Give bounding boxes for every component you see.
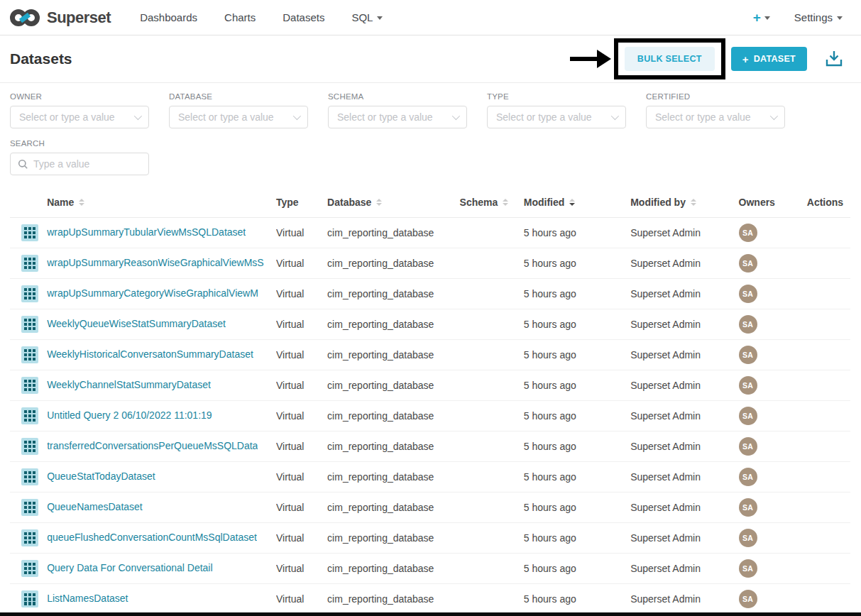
sort-carets-icon: [569, 199, 575, 207]
dataset-schema: [460, 248, 524, 279]
plus-icon: +: [742, 53, 749, 65]
owner-avatar[interactable]: SA: [739, 407, 757, 425]
table-row: wrapUpSummaryReasonWiseGraphicalViewMsSV…: [10, 248, 850, 279]
bulk-select-button[interactable]: BULK SELECT: [625, 47, 715, 71]
owner-avatar[interactable]: SA: [739, 315, 757, 334]
filter-label: OWNER: [10, 92, 149, 101]
owner-avatar[interactable]: SA: [739, 224, 757, 242]
owner-avatar[interactable]: SA: [739, 498, 757, 517]
schema-select[interactable]: Select or type a value: [328, 106, 467, 128]
column-label: Schema: [460, 197, 498, 208]
column-header-modified[interactable]: Modified: [524, 185, 630, 218]
owner-avatar[interactable]: SA: [739, 254, 757, 273]
settings-menu-button[interactable]: Settings: [794, 11, 843, 23]
column-header-name[interactable]: Name: [47, 185, 276, 218]
dataset-schema: [460, 431, 524, 462]
icon-column-header: [10, 185, 47, 218]
dataset-owners-cell: SA: [739, 309, 807, 340]
dataset-name-cell: ListNamesDataset: [47, 584, 276, 615]
dataset-icon-cell: [10, 431, 47, 462]
table-row: wrapUpSummaryTubularViewMsSQLDatasetVirt…: [10, 218, 850, 248]
owner-avatar[interactable]: SA: [739, 529, 757, 547]
database-select[interactable]: Select or type a value: [169, 106, 308, 128]
dataset-grid-icon: [21, 346, 38, 363]
infinity-logo-icon: [9, 7, 41, 28]
dataset-modified: 5 hours ago: [524, 309, 630, 340]
dataset-name-link[interactable]: WeeklyChannelStatSummaryDataset: [47, 379, 211, 390]
dataset-modified: 5 hours ago: [524, 493, 630, 523]
dataset-grid-icon: [21, 377, 38, 394]
owner-avatar[interactable]: SA: [739, 437, 757, 456]
owner-avatar[interactable]: SA: [739, 559, 757, 578]
dataset-name-link[interactable]: wrapUpSummaryCategoryWiseGraphicalViewM: [47, 287, 258, 299]
owner-avatar[interactable]: SA: [739, 285, 757, 303]
nav-item-sql[interactable]: SQL: [338, 11, 396, 23]
dataset-name-link[interactable]: queueFlushedConversationCountMsSqlDatase…: [47, 532, 257, 543]
dataset-name-cell: Query Data For Conversational Detail: [47, 554, 276, 584]
dataset-modified: 5 hours ago: [524, 279, 630, 309]
nav-item-charts[interactable]: Charts: [211, 11, 269, 23]
filter-bar: OWNER Select or type a value DATABASE Se…: [0, 83, 861, 175]
dataset-name-link[interactable]: ListNamesDataset: [47, 593, 128, 604]
dataset-name-link[interactable]: WeeklyHistoricalConversatonSummaryDatase…: [47, 348, 253, 360]
dataset-modified-by: Superset Admin: [630, 218, 738, 248]
dataset-name-link[interactable]: Untitled Query 2 06/10/2022 11:01:19: [47, 409, 212, 421]
dataset-name-link[interactable]: wrapUpSummaryTubularViewMsSQLDataset: [47, 226, 246, 238]
add-dataset-button[interactable]: + DATASET: [731, 47, 807, 71]
filter-search: SEARCH: [10, 139, 149, 175]
dataset-icon-cell: [10, 462, 47, 493]
owner-avatar[interactable]: SA: [739, 590, 757, 608]
sort-carets-icon: [79, 199, 84, 207]
dataset-owners-cell: SA: [739, 340, 807, 370]
column-header-schema[interactable]: Schema: [460, 185, 524, 218]
dataset-modified: 5 hours ago: [524, 554, 630, 584]
dataset-grid-icon: [21, 407, 38, 424]
dataset-grid-icon: [21, 438, 38, 455]
new-item-menu-button[interactable]: +: [753, 10, 770, 26]
filter-type: TYPE Select or type a value: [487, 92, 626, 128]
dataset-icon-cell: [10, 523, 47, 554]
owner-avatar[interactable]: SA: [739, 468, 757, 486]
dataset-modified: 5 hours ago: [524, 370, 630, 401]
dataset-type: Virtual: [276, 279, 327, 309]
column-label: Modified by: [630, 197, 686, 208]
type-select[interactable]: Select or type a value: [487, 106, 626, 128]
page-title: Datasets: [10, 50, 72, 67]
datasets-table: NameTypeDatabaseSchemaModifiedModified b…: [10, 185, 850, 615]
owner-avatar[interactable]: SA: [739, 376, 757, 395]
dataset-type: Virtual: [276, 584, 327, 615]
dataset-name-link[interactable]: QueueStatTodayDataset: [47, 471, 155, 482]
owner-select[interactable]: Select or type a value: [10, 106, 149, 128]
owner-avatar[interactable]: SA: [739, 346, 757, 364]
dataset-name-link[interactable]: transferredConversationsPerQueueMsSQLDat…: [47, 440, 258, 451]
dataset-name-link[interactable]: WeeklyQueueWiseStatSummaryDataset: [47, 318, 226, 329]
dataset-modified-by: Superset Admin: [630, 401, 738, 431]
plus-icon: +: [753, 10, 761, 26]
dataset-owners-cell: SA: [739, 401, 807, 431]
superset-logo[interactable]: Superset: [9, 7, 111, 28]
dataset-grid-icon: [21, 255, 38, 272]
table-row: wrapUpSummaryCategoryWiseGraphicalViewMV…: [10, 279, 850, 309]
nav-item-datasets[interactable]: Datasets: [269, 11, 338, 23]
filter-owner: OWNER Select or type a value: [10, 92, 149, 128]
table-header-row: NameTypeDatabaseSchemaModifiedModified b…: [10, 185, 850, 218]
export-datasets-button[interactable]: [826, 50, 843, 68]
dataset-name-link[interactable]: QueueNamesDataset: [47, 501, 143, 512]
certified-select[interactable]: Select or type a value: [646, 106, 785, 128]
dataset-name-link[interactable]: wrapUpSummaryReasonWiseGraphicalViewMsS: [47, 257, 264, 268]
search-box: [10, 153, 149, 175]
dataset-name-link[interactable]: Query Data For Conversational Detail: [47, 562, 212, 573]
screenshot-bottom-edge: [0, 612, 861, 616]
dataset-name-cell: QueueNamesDataset: [47, 493, 276, 523]
dataset-actions-cell: [807, 554, 850, 584]
chevron-down-icon: [377, 16, 383, 20]
nav-item-dashboards[interactable]: Dashboards: [126, 11, 211, 23]
column-header-modified-by[interactable]: Modified by: [630, 185, 738, 218]
table-row: WeeklyChannelStatSummaryDatasetVirtualci…: [10, 370, 850, 401]
dataset-schema: [460, 462, 524, 493]
dataset-modified: 5 hours ago: [524, 584, 630, 615]
column-header-database[interactable]: Database: [327, 185, 459, 218]
chevron-down-icon: [764, 16, 770, 20]
datasets-table-wrap: NameTypeDatabaseSchemaModifiedModified b…: [0, 175, 861, 615]
search-input[interactable]: [33, 158, 141, 170]
